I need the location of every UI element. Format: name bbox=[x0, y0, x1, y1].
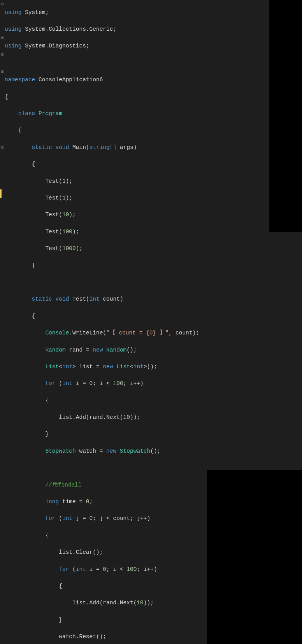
fold-icon[interactable]: ⊟ bbox=[0, 51, 4, 59]
fold-icon[interactable]: ⊟ bbox=[0, 34, 4, 42]
fold-icon[interactable]: ⊟ bbox=[0, 0, 4, 9]
fold-icon[interactable]: ⊟ bbox=[0, 144, 4, 152]
code-editor[interactable]: using System; using System.Collections.G… bbox=[0, 0, 302, 644]
modified-marker bbox=[0, 189, 2, 198]
fold-gutter[interactable]: ⊟ ⊟ ⊟ ⊟ ⊟ bbox=[0, 0, 5, 644]
fold-icon[interactable]: ⊟ bbox=[0, 68, 4, 76]
